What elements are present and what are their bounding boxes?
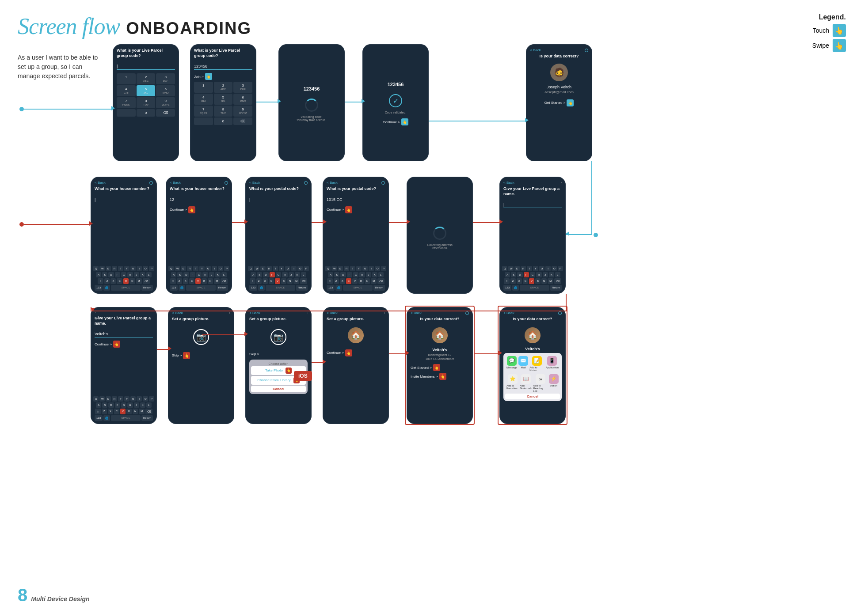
legend-title: Legend.	[812, 13, 846, 21]
r2-arrow5	[473, 222, 500, 223]
r2s2-continue-btn[interactable]: Continue > 👆	[170, 206, 228, 213]
r1s2-input[interactable]: 123456	[194, 61, 252, 70]
r1s5-name: Joseph Veitch	[530, 85, 588, 89]
r1s4-status: Code validated.	[385, 111, 407, 114]
r1s2-numpad: 1 2ABC 3DEF 4GHI 5JKL 6MNO 7PQRS 8TUV 9W…	[194, 82, 252, 125]
screen-r2s3: < Back What is your postal code? | QWERT…	[245, 177, 312, 294]
r3-arrow4	[389, 353, 407, 354]
r1-arrow3	[345, 102, 362, 102]
r1-down-line	[591, 161, 592, 234]
r1s2-title: What is your Live Parcel group code?	[194, 48, 252, 58]
screen-r3s1: › Give your Live Parcel group a name. Ve…	[91, 307, 157, 424]
r3s3-cancel[interactable]: Cancel	[251, 386, 306, 392]
r3s1-title: Give your Live Parcel group a name.	[95, 316, 153, 326]
r3-arrow1-head	[168, 346, 171, 351]
screen-r2s5: Collecting addressinformation.	[407, 177, 473, 294]
legend: Legend. Touch 👆 Swipe 👆	[812, 13, 846, 54]
r3s3-title: Set a group picture.	[249, 317, 308, 322]
r2-arrow1	[24, 224, 90, 225]
r1-arrow-left-head	[566, 231, 569, 236]
r2s1-input[interactable]: |	[95, 194, 153, 203]
r1-arrow2-head	[278, 99, 281, 103]
r3s4-nav: < Back ›	[327, 311, 385, 315]
ios-badge: iOS	[294, 371, 312, 381]
r1s5-getstarted-btn[interactable]: Get Started > 👆	[530, 99, 588, 106]
legend-swipe: Swipe 👆	[812, 39, 846, 52]
r2-start-dot	[19, 222, 24, 227]
screen-r3s3: < Back › Set a group picture. 📷 Skip > C…	[245, 307, 312, 424]
screen-r2s4: < Back What is your postal code? 1015 CC…	[323, 177, 389, 294]
r2s4-title: What is your postal code?	[327, 186, 385, 192]
r3s3-sheet-title: Choose action	[251, 361, 306, 366]
r1-arrow1	[24, 109, 112, 110]
r2s4-keyboard: QWERTYUIOP ASDFGHJKL ⇧ZXCVBNM⌫ 123🌐SPACE…	[327, 266, 385, 292]
r3s4-photo: 🏠	[348, 327, 364, 343]
r2s3-input[interactable]: |	[249, 194, 308, 203]
r3s2-camera[interactable]: 📷	[193, 329, 209, 345]
r3s4-title: Set a group picture.	[327, 317, 385, 322]
r2s6-input[interactable]: |	[503, 199, 562, 208]
r3s1-keyboard: QWERTYUIOP ASDFGHJKL ⇧ZXCVBNM⌫ 123🌐SPACE…	[95, 396, 153, 422]
r3-arrow5	[475, 353, 499, 354]
page-num-digit: 8	[18, 585, 27, 605]
touch-label: Touch	[813, 27, 829, 34]
r1s3-status: Validating code,this may take a while.	[297, 115, 327, 121]
r1-arrow1-head	[111, 106, 115, 110]
r1s2-join-btn[interactable]: Join > 👆	[194, 73, 252, 80]
r2s5-spinner	[433, 227, 446, 240]
r1s1-numpad: 1 2ABC 3DEF 4GHI 5JKL 6MNO 7PQRS 8TUV 9W…	[117, 73, 175, 117]
screen-r3s2: < Back › Set a group picture. 📷 Skip > 👆	[168, 307, 234, 424]
screen-r1s5: < Back Is your data correct? 🧔 Joseph Ve…	[526, 44, 592, 161]
r1s5-nav: < Back	[530, 48, 588, 52]
r3s2-title: Set a group picture.	[172, 317, 230, 322]
r3s1-input[interactable]: Veitch's	[95, 329, 153, 337]
r2s2-title: What is your house number?	[170, 186, 228, 192]
r1s3-spinner	[305, 99, 318, 112]
screen-r3s4: < Back › Set a group picture. 🏠 Continue…	[323, 307, 389, 424]
r3s4-continue-icon: 👆	[345, 349, 352, 356]
r3s4-continue-btn[interactable]: Continue > 👆	[327, 349, 385, 356]
r3s1-nav: ›	[95, 311, 153, 314]
r3s1-continue-icon: 👆	[113, 341, 120, 348]
r2s4-input[interactable]: 1015 CC	[327, 194, 385, 203]
r3-arrow3-head	[323, 360, 326, 364]
r2s2-nav: < Back	[170, 181, 228, 185]
r3-arrow1	[157, 349, 169, 350]
r1-arrow3-head	[362, 99, 365, 103]
r3s1-continue-btn[interactable]: Continue > 👆	[95, 341, 153, 348]
subtitle: As a user I want to be able to set up a …	[18, 49, 106, 81]
r2s6-nav: < Back ›	[503, 181, 562, 185]
screen-r2s1: < Back What is your house number? | QWER…	[91, 177, 157, 294]
r2s4-continue-btn[interactable]: Continue > 👆	[327, 206, 385, 213]
r1s4-continue-btn[interactable]: Continue > 👆	[383, 118, 408, 125]
r1s1-input[interactable]: |	[117, 61, 175, 70]
r1s5-getstarted-icon: 👆	[567, 99, 574, 106]
r3s2-nav: < Back ›	[172, 311, 230, 315]
swipe-icon: 👆	[833, 39, 846, 52]
r2s3-nav: < Back	[249, 181, 308, 185]
screen-r1s2: What is your Live Parcel group code? 123…	[190, 44, 256, 161]
r1-left-line	[566, 234, 592, 235]
page-number: 8 Multi Device Design	[18, 585, 90, 605]
r1-start-dot	[19, 107, 24, 111]
r2s6-keyboard: QWERTYUIOP ASDFGHJKL ⇧ZXCVBNM⌫ 123🌐SPACE…	[503, 266, 562, 292]
screen-r1s1: What is your Live Parcel group code? | 1…	[113, 44, 179, 161]
r2s2-continue-icon: 👆	[188, 206, 195, 213]
header: Screen flow ONBOARDING	[0, 0, 868, 44]
r2s5-status: Collecting addressinformation.	[427, 243, 453, 250]
r1-arrow4-head	[525, 118, 529, 122]
r2s3-keyboard: QWERTYUIOP ASDFGHJKL ⇧ZXCVBNM⌫ 123🌐SPACE…	[249, 266, 308, 292]
r1s1-title: What is your Live Parcel group code?	[117, 48, 175, 58]
r1s5-title: Is your data correct?	[530, 54, 588, 59]
r2-arrow5-head	[499, 220, 503, 224]
r3-arrow4-head	[406, 351, 409, 355]
page-num-label: Multi Device Design	[31, 595, 89, 603]
r3s2-skip-btn[interactable]: Skip > 👆	[172, 352, 230, 359]
r3s2-skip-icon: 👆	[183, 352, 190, 359]
r3s3-skip-btn[interactable]: Skip >	[249, 352, 308, 356]
screen-r2s2: < Back What is your house number? 12 Con…	[166, 177, 232, 294]
r2s2-input[interactable]: 12	[170, 194, 228, 203]
r2s1-title: What is your house number?	[95, 186, 153, 192]
r2s1-nav: < Back	[95, 181, 153, 185]
r2s2-keyboard: QWERTYUIOP ASDFGHJKL ⇧ZXCVBNM⌫ 123🌐SPACE…	[170, 266, 228, 292]
